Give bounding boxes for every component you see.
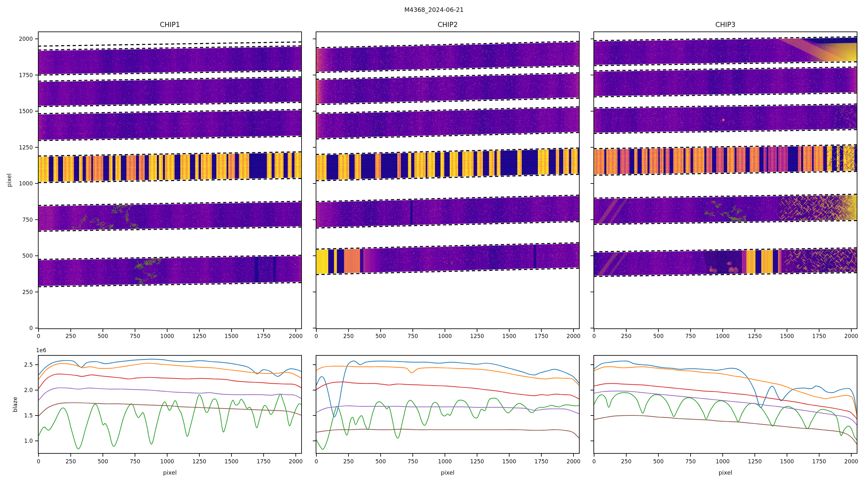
top-x-tick-label: 750	[130, 333, 140, 339]
blaze-x-tick-label: 1250	[470, 458, 484, 464]
pixel-y-tick-label: 1500	[19, 108, 33, 115]
pixel-y-tick-label: 1000	[19, 180, 33, 187]
top-x-tick-label: 0	[592, 333, 596, 339]
top-x-tick-label: 500	[98, 333, 108, 339]
top-x-tick-label: 1500	[502, 333, 516, 339]
blaze-x-tick-label: 500	[653, 458, 663, 464]
top-x-tick-label: 1000	[438, 333, 452, 339]
blaze-x-tick-label: 1750	[812, 458, 826, 464]
top-x-tick-label: 250	[66, 333, 76, 339]
blaze-x-tick-label: 250	[343, 458, 353, 464]
blaze-x-tick-label: 1000	[160, 458, 174, 464]
top-x-tick-label: 1750	[256, 333, 270, 339]
top-x-tick-label: 1000	[716, 333, 730, 339]
top-x-tick-label: 2000	[844, 333, 858, 339]
top-x-tick-label: 2000	[566, 333, 580, 339]
pixel-y-tick-label: 500	[23, 253, 33, 259]
blaze-y-tick-label: 2.5	[24, 361, 33, 368]
top-x-tick-label: 1250	[192, 333, 206, 339]
top-x-tick-label: 500	[653, 333, 663, 339]
figure: M4368_2024-06-21 CHIP1 CHIP2 CHIP3 pixel…	[0, 0, 868, 482]
blaze-y-tick-label: 1.0	[24, 438, 33, 444]
top-x-tick-label: 1750	[812, 333, 826, 339]
blaze-x-tick-label: 1500	[780, 458, 794, 464]
top-x-tick-label: 250	[343, 333, 353, 339]
pixel-y-tick-label: 1250	[19, 144, 33, 151]
pixel-y-tick-label: 1750	[19, 72, 33, 78]
top-x-tick-label: 750	[408, 333, 418, 339]
blaze-xlabel-2: pixel	[441, 469, 455, 476]
chip2-title: CHIP2	[437, 21, 458, 29]
pixel-y-tick-label: 0	[29, 325, 33, 331]
top-x-tick-label: 0	[37, 333, 40, 339]
pixel-y-tick-label: 2000	[19, 36, 33, 42]
blaze-ylabel: blaze	[11, 397, 18, 412]
blaze-x-tick-label: 2000	[566, 458, 580, 464]
figure-canvas	[0, 0, 868, 482]
figure-suptitle: M4368_2024-06-21	[404, 6, 464, 13]
blaze-x-tick-label: 1750	[534, 458, 548, 464]
pixel-y-tick-label: 750	[23, 217, 33, 223]
blaze-x-tick-label: 2000	[844, 458, 858, 464]
top-ylabel: pixel	[6, 173, 12, 187]
top-x-tick-label: 1750	[534, 333, 548, 339]
blaze-x-tick-label: 1500	[502, 458, 516, 464]
top-x-tick-label: 1500	[780, 333, 794, 339]
blaze-x-tick-label: 1000	[438, 458, 452, 464]
top-x-tick-label: 2000	[289, 333, 303, 339]
blaze-y-tick-label: 1.5	[24, 412, 33, 419]
top-x-tick-label: 0	[315, 333, 318, 339]
top-x-tick-label: 1000	[160, 333, 174, 339]
blaze-x-tick-label: 0	[592, 458, 596, 464]
blaze-x-tick-label: 1500	[224, 458, 238, 464]
pixel-y-tick-label: 250	[23, 289, 33, 295]
top-x-tick-label: 750	[685, 333, 696, 339]
blaze-x-tick-label: 250	[66, 458, 76, 464]
blaze-x-tick-label: 1250	[748, 458, 762, 464]
y-offset-text: 1e6	[36, 347, 46, 353]
top-x-tick-label: 500	[375, 333, 386, 339]
top-x-tick-label: 250	[621, 333, 631, 339]
blaze-x-tick-label: 750	[408, 458, 418, 464]
blaze-xlabel-1: pixel	[163, 469, 177, 476]
blaze-x-tick-label: 1750	[256, 458, 270, 464]
blaze-x-tick-label: 500	[98, 458, 108, 464]
blaze-x-tick-label: 0	[37, 458, 40, 464]
blaze-xlabel-3: pixel	[718, 469, 732, 476]
blaze-x-tick-label: 2000	[289, 458, 303, 464]
blaze-x-tick-label: 250	[621, 458, 631, 464]
blaze-x-tick-label: 1250	[192, 458, 206, 464]
blaze-y-tick-label: 2.0	[24, 387, 33, 393]
chip1-title: CHIP1	[160, 21, 180, 29]
chip3-title: CHIP3	[715, 21, 736, 29]
blaze-x-tick-label: 500	[375, 458, 386, 464]
top-x-tick-label: 1250	[748, 333, 762, 339]
blaze-x-tick-label: 1000	[716, 458, 730, 464]
top-x-tick-label: 1500	[224, 333, 238, 339]
blaze-x-tick-label: 750	[685, 458, 696, 464]
top-x-tick-label: 1250	[470, 333, 484, 339]
blaze-x-tick-label: 750	[130, 458, 140, 464]
blaze-x-tick-label: 0	[315, 458, 318, 464]
